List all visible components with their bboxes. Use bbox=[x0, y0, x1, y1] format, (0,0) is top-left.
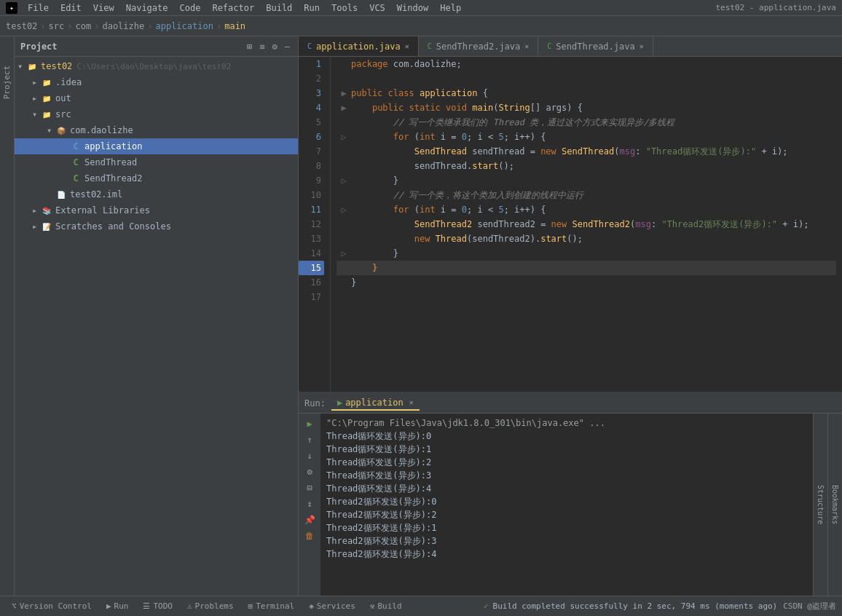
editor-area: C application.java ✕ C SendThread2.java … bbox=[299, 36, 842, 596]
tree-scratches[interactable]: ▸ 📝 Scratches and Consoles bbox=[15, 218, 298, 234]
todo-icon: ☰ bbox=[143, 601, 150, 611]
code-content[interactable]: package com.daolizhe; ▶public class appl… bbox=[331, 57, 842, 392]
java-icon: C bbox=[70, 157, 82, 168]
tab-sendthread2[interactable]: C SendThread2.java ✕ bbox=[419, 36, 539, 56]
run-wrap-btn[interactable]: ⚙ bbox=[302, 465, 317, 479]
tab-label: SendThread2.java bbox=[436, 42, 521, 52]
status-tab-todo[interactable]: ☰ TODO bbox=[137, 600, 178, 612]
run-scroll-btn[interactable]: ↕ bbox=[302, 497, 317, 511]
menu-edit[interactable]: Edit bbox=[56, 1, 86, 15]
project-side-strip: Project bbox=[0, 36, 15, 596]
terminal-icon: ⊞ bbox=[248, 601, 253, 611]
code-line-3: ▶public class application { bbox=[337, 86, 836, 100]
tab-sendthread[interactable]: C SendThread.java ✕ bbox=[538, 36, 653, 56]
status-tab-build-label: Build bbox=[377, 601, 401, 611]
tree-package[interactable]: ▾ 📦 com.daolizhe bbox=[15, 122, 298, 138]
tree-idea-label: .idea bbox=[55, 77, 82, 87]
menu-run[interactable]: Run bbox=[299, 1, 324, 15]
tree-package-label: com.daolizhe bbox=[70, 125, 133, 135]
status-tab-services-label: Services bbox=[317, 601, 355, 611]
tree-sendthread[interactable]: C SendThread bbox=[15, 154, 298, 170]
tree-application[interactable]: C application bbox=[15, 138, 298, 154]
structure-label[interactable]: Structure bbox=[817, 479, 825, 530]
console-output-line-9: Thread2循环发送(异步):4 bbox=[326, 548, 807, 561]
tree-iml[interactable]: 📄 test02.iml bbox=[15, 186, 298, 202]
code-line-4: ▶ public static void main(String[] args)… bbox=[337, 100, 836, 115]
code-line-17 bbox=[337, 290, 836, 304]
tab-label: SendThread.java bbox=[556, 42, 634, 52]
status-tab-build[interactable]: ⚒ Build bbox=[364, 600, 408, 612]
project-side-label[interactable]: Project bbox=[2, 66, 12, 99]
run-play-btn[interactable]: ▶ bbox=[302, 416, 317, 431]
tab-close-btn[interactable]: ✕ bbox=[524, 42, 529, 50]
status-tab-vcs[interactable]: ⌥ Version Control bbox=[6, 600, 98, 612]
run-panel: Run: ▶ application ✕ ▶ ↑ ↓ ⚙ ⊟ ↕ 📌 🗑 bbox=[299, 392, 842, 596]
status-tab-terminal[interactable]: ⊞ Terminal bbox=[243, 600, 301, 612]
menu-view[interactable]: View bbox=[89, 1, 119, 15]
run-tab-application[interactable]: ▶ application ✕ bbox=[331, 396, 420, 411]
status-tab-run[interactable]: ▶ Run bbox=[101, 600, 135, 612]
java-icon: C bbox=[70, 141, 82, 152]
run-down-btn[interactable]: ↓ bbox=[302, 449, 317, 463]
tree-ext-libs[interactable]: ▸ 📚 External Libraries bbox=[15, 202, 298, 218]
tree-out[interactable]: ▸ 📁 out bbox=[15, 90, 298, 106]
tree-application-label: application bbox=[84, 141, 142, 151]
status-tab-problems[interactable]: ⚠ Problems bbox=[181, 600, 240, 612]
tree-sendthread2-label: SendThread2 bbox=[84, 173, 142, 183]
tab-icon: C bbox=[428, 42, 432, 50]
tab-icon: C bbox=[307, 42, 312, 50]
menu-code[interactable]: Code bbox=[176, 1, 205, 15]
console-output[interactable]: "C:\Program Files\Java\jdk1.8.0_301\bin\… bbox=[320, 414, 813, 596]
menu-help[interactable]: Help bbox=[436, 1, 465, 15]
menu-vcs[interactable]: VCS bbox=[365, 1, 390, 15]
tree-root-label: test02 bbox=[41, 61, 72, 71]
menu-refactor[interactable]: Refactor bbox=[208, 1, 259, 15]
tree-root[interactable]: ▾ 📁 test02 C:\Users\dao\Desktop\java\tes… bbox=[15, 58, 298, 74]
run-tab-close[interactable]: ✕ bbox=[409, 398, 414, 406]
tree-src[interactable]: ▾ 📁 src bbox=[15, 106, 298, 122]
run-pin-btn[interactable]: 📌 bbox=[302, 513, 317, 527]
tree-iml-label: test02.iml bbox=[70, 189, 122, 200]
panel-settings-btn[interactable]: ⚙ bbox=[270, 41, 280, 52]
breadcrumb-src: src bbox=[49, 21, 65, 31]
menu-tools[interactable]: Tools bbox=[327, 1, 362, 15]
menu-navigate[interactable]: Navigate bbox=[122, 1, 173, 15]
code-line-7: SendThread sendThread = new SendThread(m… bbox=[337, 144, 836, 159]
services-icon: ◈ bbox=[309, 601, 314, 611]
build-icon: ⚒ bbox=[370, 601, 375, 611]
code-line-15: } bbox=[337, 261, 836, 275]
console-output-line-8: Thread2循环发送(异步):3 bbox=[326, 534, 807, 548]
code-editor[interactable]: 1 2 3 4 5 6 7 8 9 10 11 12 13 14 15 16 1… bbox=[299, 57, 842, 392]
arrow-icon: ▾ bbox=[32, 109, 41, 119]
gutter: ▶ bbox=[337, 100, 351, 115]
status-message: Build completed successfully in 2 sec, 7… bbox=[493, 601, 778, 611]
arrow-icon: ▾ bbox=[47, 125, 55, 135]
panel-close-btn[interactable]: – bbox=[283, 41, 292, 52]
tab-close-btn[interactable]: ✕ bbox=[640, 42, 644, 50]
menu-file[interactable]: File bbox=[23, 1, 53, 15]
run-clear-btn[interactable]: 🗑 bbox=[302, 529, 317, 543]
tab-application[interactable]: C application.java ✕ bbox=[299, 36, 419, 56]
panel-scope-btn[interactable]: ⊞ bbox=[245, 41, 254, 52]
menu-build[interactable]: Build bbox=[261, 1, 296, 15]
code-line-5: // 写一个类继承我们的 Thread 类，通过这个方式来实现异步/多线程 bbox=[337, 115, 836, 130]
panel-collapse-btn[interactable]: ≡ bbox=[257, 41, 267, 52]
run-filter-btn[interactable]: ⊟ bbox=[302, 481, 317, 495]
menu-window[interactable]: Window bbox=[393, 1, 433, 15]
line-numbers: 1 2 3 4 5 6 7 8 9 10 11 12 13 14 15 16 1… bbox=[299, 57, 331, 392]
run-up-btn[interactable]: ↑ bbox=[302, 433, 317, 447]
tree-sendthread2[interactable]: C SendThread2 bbox=[15, 170, 298, 186]
bookmarks-label[interactable]: Bookmarks bbox=[831, 479, 839, 530]
code-line-16: } bbox=[337, 275, 836, 290]
status-tab-services[interactable]: ◈ Services bbox=[303, 600, 361, 612]
breadcrumb-bar: test02 › src › com › daolizhe › applicat… bbox=[0, 16, 842, 36]
bookmarks-strip: Bookmarks bbox=[827, 414, 842, 596]
vcs-icon: ⌥ bbox=[12, 601, 17, 611]
breadcrumb-application[interactable]: application bbox=[155, 21, 213, 31]
breadcrumb-main[interactable]: main bbox=[224, 21, 245, 31]
code-line-14: ▷ } bbox=[337, 246, 836, 261]
tab-close-btn[interactable]: ✕ bbox=[405, 42, 409, 50]
tree-idea[interactable]: ▸ 📁 .idea bbox=[15, 74, 298, 90]
code-line-11: ▷ for (int i = 0; i < 5; i++) { bbox=[337, 202, 836, 217]
tabs-bar: C application.java ✕ C SendThread2.java … bbox=[299, 36, 842, 57]
